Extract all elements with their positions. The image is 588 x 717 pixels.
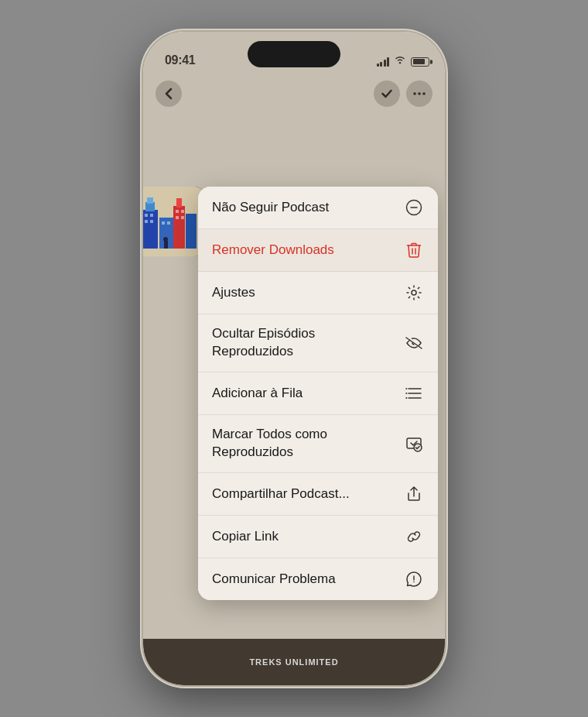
menu-item-copy-link-label: Copiar Link [212,528,396,545]
svg-rect-13 [145,220,148,223]
svg-rect-18 [181,210,184,213]
menu-item-copy-link[interactable]: Copiar Link [198,516,438,558]
share-icon [404,484,424,504]
menu-item-share[interactable]: Compartilhar Podcast... [198,473,438,516]
signal-icon [377,57,390,67]
svg-rect-19 [176,216,179,219]
exclamation-bubble-icon [404,569,424,589]
trash-icon [404,240,424,260]
svg-point-27 [406,397,408,399]
svg-rect-6 [147,197,153,204]
svg-rect-17 [176,210,179,213]
menu-item-add-queue-label: Adicionar à Fila [212,385,396,402]
svg-rect-21 [164,241,168,249]
svg-point-24 [412,290,416,295]
check-screen-icon [404,434,424,454]
menu-item-settings[interactable]: Ajustes [198,272,438,314]
menu-item-report[interactable]: Comunicar Problema [198,558,438,600]
svg-point-22 [163,237,168,242]
list-icon [404,383,424,403]
menu-item-unfollow[interactable]: Não Seguir Podcast [198,187,438,229]
menu-item-share-label: Compartilhar Podcast... [212,485,396,503]
minus-circle-icon [404,197,424,218]
menu-item-settings-label: Ajustes [212,284,396,301]
svg-rect-20 [181,216,184,219]
svg-rect-16 [167,221,170,225]
menu-item-unfollow-label: Não Seguir Podcast [212,199,396,216]
battery-icon [411,57,429,67]
menu-item-remove-label: Remover Downloads [212,242,396,259]
svg-rect-10 [186,214,197,249]
svg-point-25 [406,388,408,389]
svg-rect-11 [145,214,148,217]
menu-item-report-label: Comunicar Problema [212,571,396,588]
menu-item-mark-played[interactable]: Marcar Todos comoReproduzidos [198,415,438,473]
menu-item-mark-played-label: Marcar Todos comoReproduzidos [212,426,396,461]
dynamic-island [248,41,340,67]
podcast-thumbnail [143,187,204,380]
context-menu: Não Seguir Podcast Remover Downloads [198,187,438,600]
svg-rect-15 [162,221,165,225]
svg-rect-14 [150,220,153,223]
podcast-art [143,187,204,256]
svg-point-26 [406,393,408,394]
svg-rect-12 [150,214,153,217]
menu-item-hide-played[interactable]: Ocultar EpisódiosReproduzidos [198,314,438,372]
menu-item-add-queue[interactable]: Adicionar à Fila [198,372,438,415]
status-icons [377,56,430,67]
menu-item-hide-played-label: Ocultar EpisódiosReproduzidos [212,325,396,361]
menu-item-remove-downloads[interactable]: Remover Downloads [198,229,438,272]
gear-icon [404,283,424,303]
svg-point-30 [413,581,415,582]
eye-slash-icon [404,333,424,353]
svg-rect-9 [176,198,182,208]
link-icon [404,527,424,547]
wifi-icon [394,56,406,67]
